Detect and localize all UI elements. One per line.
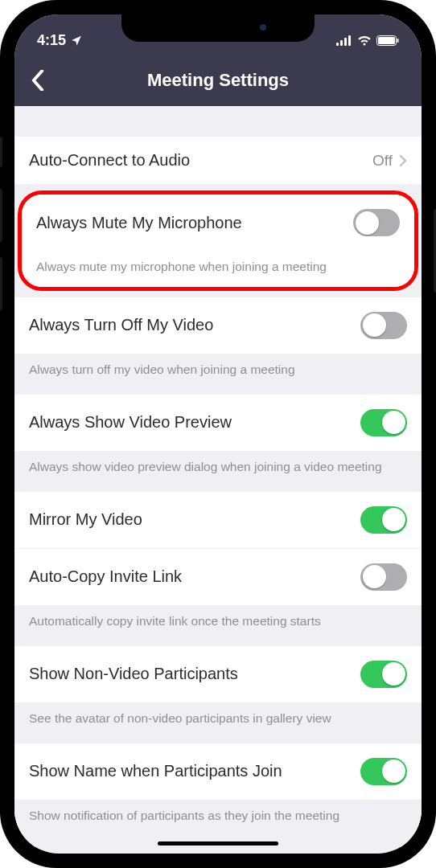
row-title: Show Non-Video Participants	[29, 665, 360, 683]
volume-down-button	[0, 257, 2, 310]
row-show-name-on-join[interactable]: Show Name when Participants Join	[14, 743, 422, 800]
row-footer: Always show video preview dialog when jo…	[14, 451, 422, 492]
row-footer: Always mute my microphone when joining a…	[22, 251, 414, 287]
chevron-right-icon	[399, 154, 407, 167]
row-auto-copy-link[interactable]: Auto-Copy Invite Link	[14, 549, 422, 605]
row-title: Mirror My Video	[29, 510, 360, 529]
wifi-icon	[357, 35, 372, 46]
battery-icon	[376, 35, 399, 46]
toggle-show-non-video-participants[interactable]	[360, 661, 407, 688]
location-arrow-icon	[71, 35, 82, 46]
home-indicator[interactable]	[158, 841, 278, 845]
notch	[121, 14, 315, 42]
toggle-show-name-on-join[interactable]	[360, 758, 407, 785]
row-footer: Show notification of participants as the…	[14, 800, 422, 847]
silence-switch	[0, 137, 2, 167]
svg-rect-0	[336, 43, 339, 46]
row-footer: Automatically copy invite link once the …	[14, 605, 422, 646]
row-title: Show Name when Participants Join	[29, 762, 360, 780]
svg-rect-5	[378, 37, 395, 44]
cellular-signal-icon	[336, 35, 352, 46]
svg-rect-6	[397, 39, 399, 43]
row-show-non-video-participants[interactable]: Show Non-Video Participants	[14, 646, 422, 702]
back-button[interactable]	[26, 68, 50, 92]
svg-rect-1	[340, 40, 343, 46]
highlight-annotation: Always Mute My Microphone Always mute my…	[18, 190, 418, 291]
row-title: Auto-Connect to Audio	[29, 151, 372, 170]
toggle-turn-off-video[interactable]	[360, 312, 407, 339]
row-title: Always Mute My Microphone	[36, 214, 353, 232]
screen: 4:15	[14, 14, 422, 854]
volume-up-button	[0, 189, 2, 242]
toggle-mirror-video[interactable]	[360, 506, 407, 534]
row-footer: See the avatar of non-video participants…	[14, 702, 422, 743]
row-footer: Always turn off my video when joining a …	[14, 354, 422, 395]
page-title: Meeting Settings	[147, 70, 289, 91]
row-title: Always Show Video Preview	[29, 413, 360, 432]
svg-rect-2	[344, 38, 347, 46]
settings-list: Auto-Connect to Audio Off Always Mute My…	[14, 106, 422, 847]
status-time: 4:15	[37, 32, 66, 49]
row-value: Off	[372, 152, 393, 170]
row-turn-off-video[interactable]: Always Turn Off My Video	[14, 297, 422, 354]
phone-frame: 4:15	[0, 0, 436, 868]
row-mirror-video[interactable]: Mirror My Video	[14, 492, 422, 549]
camera-dot	[260, 24, 266, 31]
row-title: Auto-Copy Invite Link	[29, 567, 360, 586]
row-show-video-preview[interactable]: Always Show Video Preview	[14, 395, 422, 451]
row-auto-connect-audio[interactable]: Auto-Connect to Audio Off	[14, 137, 422, 184]
row-title: Always Turn Off My Video	[29, 316, 360, 334]
toggle-auto-copy-link[interactable]	[360, 563, 407, 591]
svg-rect-3	[348, 35, 351, 46]
toggle-mute-microphone[interactable]	[353, 209, 400, 236]
row-mute-microphone[interactable]: Always Mute My Microphone	[22, 194, 414, 251]
nav-bar: Meeting Settings	[14, 55, 422, 106]
toggle-show-video-preview[interactable]	[360, 409, 407, 436]
